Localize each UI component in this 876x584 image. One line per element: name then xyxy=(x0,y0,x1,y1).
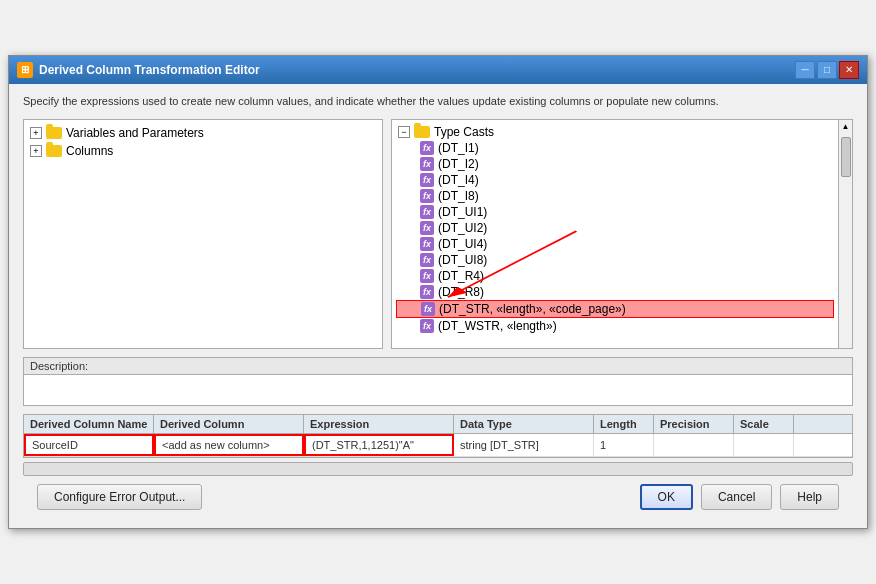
description-area: Description: xyxy=(23,357,853,406)
cell-scale xyxy=(734,434,794,456)
col-header-derived-name: Derived Column Name xyxy=(24,415,154,433)
dialog-content: Specify the expressions used to create n… xyxy=(9,84,867,528)
cast-label-2: (DT_I4) xyxy=(438,173,479,187)
cast-item-dt-i2[interactable]: fx (DT_I2) xyxy=(396,156,834,172)
col-header-precision: Precision xyxy=(654,415,734,433)
horizontal-scrollbar-container xyxy=(23,460,853,476)
minimize-button[interactable]: ─ xyxy=(795,61,815,79)
right-panel-scrollbar[interactable]: ▲ xyxy=(838,120,852,348)
fx-icon: fx xyxy=(420,205,434,219)
fx-icon: fx xyxy=(420,285,434,299)
grid-header: Derived Column Name Derived Column Expre… xyxy=(24,415,852,434)
col-header-length: Length xyxy=(594,415,654,433)
data-grid: Derived Column Name Derived Column Expre… xyxy=(23,414,853,458)
tree-label-variables: Variables and Parameters xyxy=(66,126,204,140)
fx-icon: fx xyxy=(421,302,435,316)
close-button[interactable]: ✕ xyxy=(839,61,859,79)
cast-item-dt-r8[interactable]: fx (DT_R8) xyxy=(396,284,834,300)
col-header-data-type: Data Type xyxy=(454,415,594,433)
tree-item-variables[interactable]: + Variables and Parameters xyxy=(28,124,378,142)
cast-item-dt-ui4[interactable]: fx (DT_UI4) xyxy=(396,236,834,252)
tree-item-columns[interactable]: + Columns xyxy=(28,142,378,160)
folder-icon-columns xyxy=(46,145,62,157)
col-header-expression: Expression xyxy=(304,415,454,433)
col-header-scale: Scale xyxy=(734,415,794,433)
fx-icon: fx xyxy=(420,269,434,283)
scroll-thumb[interactable] xyxy=(841,137,851,177)
cast-label-8: (DT_R4) xyxy=(438,269,484,283)
window-icon: ⊞ xyxy=(17,62,33,78)
cell-derived-name[interactable]: SourceID xyxy=(24,434,154,456)
right-panel-content[interactable]: − Type Casts fx (DT_I1) fx ( xyxy=(392,120,838,348)
cast-item-dt-wstr[interactable]: fx (DT_WSTR, «length») xyxy=(396,318,834,334)
cell-derived-col[interactable]: <add as new column> xyxy=(154,434,304,456)
right-panel-header-item[interactable]: − Type Casts xyxy=(396,124,834,140)
description-label: Description: xyxy=(24,358,852,375)
description-text: Specify the expressions used to create n… xyxy=(23,94,853,109)
cancel-button[interactable]: Cancel xyxy=(701,484,772,510)
scroll-up-arrow[interactable]: ▲ xyxy=(840,120,852,133)
col-header-derived-col: Derived Column xyxy=(154,415,304,433)
fx-icon: fx xyxy=(420,253,434,267)
description-content xyxy=(24,375,852,405)
folder-icon-variables xyxy=(46,127,62,139)
expand-variables[interactable]: + xyxy=(30,127,42,139)
cast-item-dt-ui8[interactable]: fx (DT_UI8) xyxy=(396,252,834,268)
fx-icon: fx xyxy=(420,189,434,203)
cast-label-1: (DT_I2) xyxy=(438,157,479,171)
main-window: ⊞ Derived Column Transformation Editor ─… xyxy=(8,55,868,529)
cast-item-dt-ui2[interactable]: fx (DT_UI2) xyxy=(396,220,834,236)
window-title: Derived Column Transformation Editor xyxy=(39,63,260,77)
cast-item-dt-i8[interactable]: fx (DT_I8) xyxy=(396,188,834,204)
bottom-bar: Configure Error Output... OK Cancel Help xyxy=(23,476,853,518)
cast-label-0: (DT_I1) xyxy=(438,141,479,155)
maximize-button[interactable]: □ xyxy=(817,61,837,79)
configure-error-button[interactable]: Configure Error Output... xyxy=(37,484,202,510)
cell-length: 1 xyxy=(594,434,654,456)
cast-label-6: (DT_UI4) xyxy=(438,237,487,251)
cast-label-5: (DT_UI2) xyxy=(438,221,487,235)
title-bar: ⊞ Derived Column Transformation Editor ─… xyxy=(9,56,867,84)
title-controls: ─ □ ✕ xyxy=(795,61,859,79)
folder-icon-typecasts xyxy=(414,126,430,138)
cast-label-10: (DT_STR, «length», «code_page») xyxy=(439,302,626,316)
cast-item-dt-r4[interactable]: fx (DT_R4) xyxy=(396,268,834,284)
ok-button[interactable]: OK xyxy=(640,484,693,510)
fx-icon: fx xyxy=(420,237,434,251)
cast-item-dt-i1[interactable]: fx (DT_I1) xyxy=(396,140,834,156)
cast-item-dt-i4[interactable]: fx (DT_I4) xyxy=(396,172,834,188)
cast-label-3: (DT_I8) xyxy=(438,189,479,203)
fx-icon: fx xyxy=(420,173,434,187)
left-panel[interactable]: + Variables and Parameters + Columns xyxy=(23,119,383,349)
help-button[interactable]: Help xyxy=(780,484,839,510)
panels-row: + Variables and Parameters + Columns xyxy=(23,119,853,349)
fx-icon: fx xyxy=(420,141,434,155)
expand-columns[interactable]: + xyxy=(30,145,42,157)
cast-label-11: (DT_WSTR, «length») xyxy=(438,319,557,333)
fx-icon: fx xyxy=(420,319,434,333)
right-panel[interactable]: − Type Casts fx (DT_I1) fx ( xyxy=(391,119,853,349)
fx-icon: fx xyxy=(420,157,434,171)
right-panel-header-label: Type Casts xyxy=(434,125,494,139)
table-row[interactable]: SourceID <add as new column> (DT_STR,1,1… xyxy=(24,434,852,457)
expand-typecasts[interactable]: − xyxy=(398,126,410,138)
cast-label-9: (DT_R8) xyxy=(438,285,484,299)
cell-precision xyxy=(654,434,734,456)
cast-item-dt-str[interactable]: fx (DT_STR, «length», «code_page») xyxy=(396,300,834,318)
tree-label-columns: Columns xyxy=(66,144,113,158)
cast-label-7: (DT_UI8) xyxy=(438,253,487,267)
horizontal-scrollbar[interactable] xyxy=(23,462,853,476)
cast-item-dt-ui1[interactable]: fx (DT_UI1) xyxy=(396,204,834,220)
fx-icon: fx xyxy=(420,221,434,235)
cell-expression[interactable]: (DT_STR,1,1251)"A" xyxy=(304,434,454,456)
cell-data-type: string [DT_STR] xyxy=(454,434,594,456)
cast-label-4: (DT_UI1) xyxy=(438,205,487,219)
